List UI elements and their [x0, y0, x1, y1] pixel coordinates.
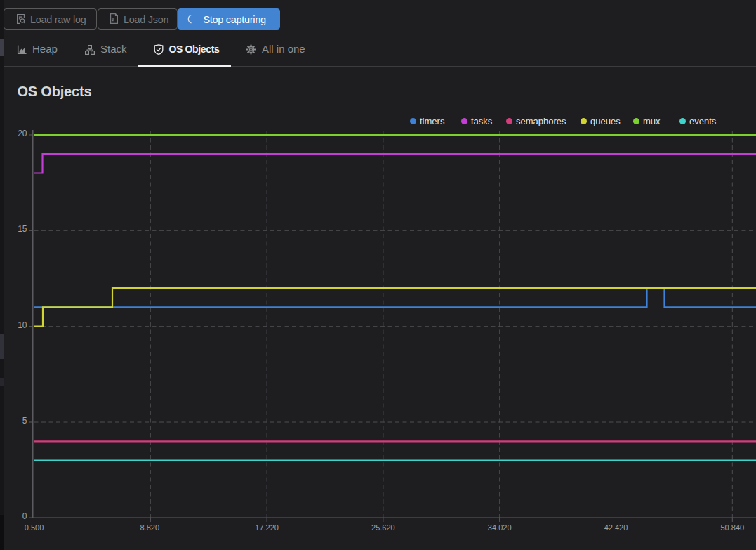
svg-text:15: 15 [18, 224, 27, 234]
svg-text:25.620: 25.620 [371, 523, 395, 532]
svg-text:10: 10 [18, 320, 27, 330]
svg-text:34.020: 34.020 [488, 523, 512, 532]
svg-text:17.220: 17.220 [255, 523, 279, 532]
svg-text:0.500: 0.500 [25, 523, 44, 532]
svg-text:8.820: 8.820 [140, 523, 160, 532]
svg-text:0: 0 [22, 511, 27, 521]
svg-text:42.420: 42.420 [604, 523, 628, 532]
svg-text:5: 5 [22, 416, 27, 426]
svg-text:50.840: 50.840 [720, 523, 744, 532]
svg-text:20: 20 [18, 129, 27, 138]
